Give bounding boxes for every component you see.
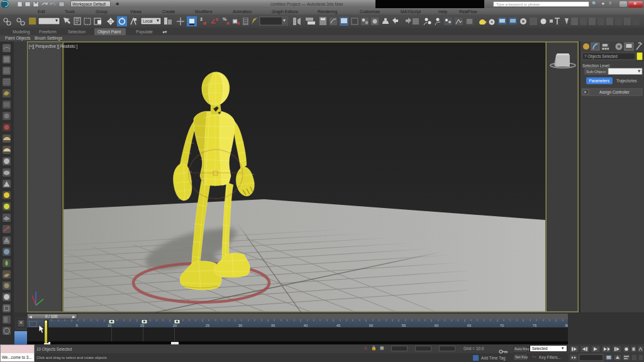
svg-text:60: 60 bbox=[435, 324, 438, 327]
svg-text:Local: Local bbox=[143, 19, 153, 23]
svg-text:? Objects Selected: ? Objects Selected bbox=[584, 54, 618, 59]
svg-text:65: 65 bbox=[467, 324, 471, 327]
svg-text:75: 75 bbox=[533, 324, 536, 327]
svg-text:Selection Level:: Selection Level: bbox=[582, 63, 611, 68]
svg-text:⌀: ⌀ bbox=[203, 20, 206, 26]
svg-text:30: 30 bbox=[238, 324, 242, 327]
svg-text:45: 45 bbox=[336, 324, 340, 327]
svg-text:5: 5 bbox=[75, 324, 77, 327]
svg-text:a: a bbox=[216, 17, 218, 21]
svg-text:∠: ∠ bbox=[211, 18, 216, 25]
svg-text:Sub-Object: Sub-Object bbox=[586, 69, 606, 74]
svg-text:Assign Controller: Assign Controller bbox=[599, 90, 630, 95]
svg-text:Parameters: Parameters bbox=[589, 79, 610, 83]
svg-text:50: 50 bbox=[369, 324, 373, 327]
svg-text:a: a bbox=[237, 21, 240, 25]
svg-text:a: a bbox=[226, 20, 230, 26]
svg-text:Trajectories: Trajectories bbox=[616, 79, 637, 84]
svg-text:25: 25 bbox=[206, 324, 209, 327]
svg-text:3: 3 bbox=[200, 17, 203, 21]
svg-text:35: 35 bbox=[271, 324, 275, 327]
svg-text:80: 80 bbox=[565, 324, 568, 327]
svg-text:55: 55 bbox=[402, 324, 406, 327]
svg-text:40: 40 bbox=[304, 324, 308, 327]
svg-text:70: 70 bbox=[500, 324, 504, 327]
svg-text:[+][ Perspective ][ Realistic: [+][ Perspective ][ Realistic ] bbox=[29, 44, 78, 49]
